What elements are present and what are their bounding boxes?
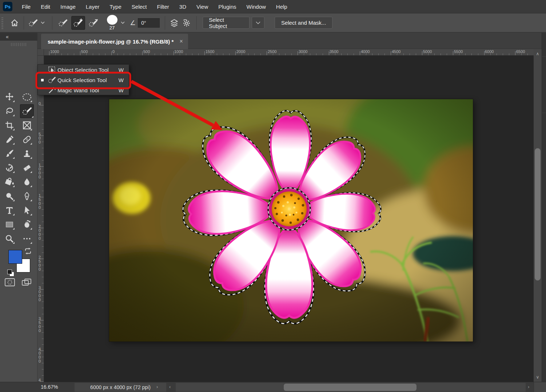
foreground-color-swatch[interactable] <box>8 250 22 264</box>
vertical-ruler: 0 500 1000 1500 2000 2500 3000 3500 4000… <box>37 56 44 382</box>
brush-settings-button[interactable] <box>180 16 193 30</box>
tool-elliptical-marquee[interactable] <box>21 92 32 102</box>
zoom-level-field[interactable]: 16.67% <box>41 384 58 390</box>
status-expand-icon[interactable]: › <box>156 384 158 389</box>
toolbar-grip[interactable] <box>11 43 27 46</box>
tool-preset-chevron-icon[interactable] <box>41 21 45 24</box>
quick-selection-icon <box>47 76 57 84</box>
menu-filter[interactable]: Filter <box>152 0 174 13</box>
options-grip <box>1 17 3 29</box>
tool-frame[interactable] <box>21 120 32 131</box>
scroll-right-icon[interactable]: › <box>528 384 529 389</box>
chevron-down-icon <box>256 21 260 24</box>
ruler-corner <box>37 49 44 56</box>
tool-pen[interactable] <box>21 191 32 202</box>
photoshop-logo-icon: Ps <box>3 2 12 11</box>
menu-layer[interactable]: Layer <box>81 0 105 13</box>
tool-crop[interactable] <box>4 120 15 131</box>
menu-item-quick-selection-tool[interactable]: Quick Selection Tool W <box>38 75 129 85</box>
subtract-from-selection-icon <box>88 18 99 28</box>
sample-all-layers-icon <box>170 18 179 28</box>
new-selection-icon <box>58 19 68 27</box>
menu-item-object-selection-tool[interactable]: Object Selection Tool W <box>38 65 129 75</box>
tool-rotate-view[interactable] <box>21 219 32 230</box>
right-panel-edge <box>542 33 546 382</box>
sample-all-layers-toggle[interactable] <box>168 16 180 30</box>
add-to-selection-icon <box>73 18 84 28</box>
document-tab[interactable]: sample-image-pink-flower.jpg @ 16.7% (RG… <box>41 34 188 49</box>
tool-paint-bucket[interactable] <box>4 177 15 187</box>
menu-bar: Ps File Edit Image Layer Type Select Fil… <box>0 0 546 13</box>
selection-tools-flyout-menu: Object Selection Tool W Quick Selection … <box>37 64 129 95</box>
tool-path-selection[interactable] <box>21 205 32 216</box>
toolbar <box>0 41 37 382</box>
menu-edit[interactable]: Edit <box>36 0 55 13</box>
tool-type[interactable] <box>4 205 15 216</box>
tab-close-icon[interactable]: × <box>179 38 183 45</box>
toolbar-collapse-bar[interactable]: « <box>0 33 37 41</box>
default-colors-foreground-mini[interactable] <box>7 270 12 274</box>
photoshop-window: Ps File Edit Image Layer Type Select Fil… <box>0 0 546 392</box>
magic-wand-icon <box>47 86 57 94</box>
tool-zoom[interactable] <box>4 233 15 244</box>
vertical-scroll-thumb[interactable] <box>535 148 541 280</box>
menu-type[interactable]: Type <box>104 0 127 13</box>
brush-preview-circle <box>107 15 117 25</box>
horizontal-scrollbar[interactable] <box>176 383 526 392</box>
horizontal-ruler: 1000 500 0 500 1000 1500 2000 2500 3000 … <box>44 49 534 56</box>
brush-angle-input[interactable] <box>138 18 160 28</box>
brush-settings-gear-icon <box>182 19 191 27</box>
tool-move[interactable] <box>4 92 15 102</box>
menu-image[interactable]: Image <box>55 0 81 13</box>
tool-lasso[interactable] <box>4 106 15 117</box>
quick-mask-button[interactable] <box>4 278 15 287</box>
tool-spot-healing-brush[interactable] <box>21 134 32 145</box>
tool-quick-selection[interactable] <box>20 104 34 118</box>
add-to-selection-mode-button[interactable] <box>71 16 85 30</box>
canvas-pasteboard[interactable] <box>44 56 534 382</box>
document-info: 6000 px x 4000 px (72 ppi) <box>75 383 166 392</box>
select-and-mask-button[interactable]: Select and Mask... <box>275 17 332 29</box>
tool-blur[interactable] <box>21 177 32 187</box>
swap-colors-icon[interactable] <box>24 248 32 255</box>
tool-preset[interactable] <box>27 16 39 30</box>
scroll-down-icon: ∨ <box>534 375 542 380</box>
tool-eyedropper[interactable] <box>4 134 15 145</box>
status-corner <box>534 382 546 392</box>
tool-brush[interactable] <box>4 148 15 159</box>
tool-clone-stamp[interactable] <box>21 148 32 159</box>
menu-window[interactable]: Window <box>241 0 271 13</box>
menu-plugins[interactable]: Plugins <box>213 0 241 13</box>
horizontal-scroll-thumb[interactable] <box>284 384 417 391</box>
menu-item-magic-wand-tool[interactable]: Magic Wand Tool W <box>38 85 129 95</box>
options-bar: 27 ∠ Select Subject Select and Mask... <box>0 13 546 33</box>
tool-dodge[interactable] <box>4 191 15 202</box>
angle-icon: ∠ <box>130 19 136 27</box>
scroll-up-icon: ∧ <box>534 51 542 56</box>
document-tab-bar: sample-image-pink-flower.jpg @ 16.7% (RG… <box>37 33 546 49</box>
tool-edit-toolbar[interactable] <box>21 233 32 244</box>
vertical-scrollbar[interactable]: ∧ ∨ <box>534 49 542 382</box>
scroll-left-icon[interactable]: ‹ <box>169 384 171 389</box>
new-selection-mode-button[interactable] <box>56 16 70 30</box>
select-subject-button[interactable]: Select Subject <box>203 17 250 29</box>
active-tool-indicator <box>38 79 47 81</box>
brush-size-picker[interactable]: 27 <box>105 15 119 31</box>
menu-help[interactable]: Help <box>271 0 292 13</box>
select-subject-chevron-button[interactable] <box>252 17 264 29</box>
screen-mode-button[interactable] <box>21 278 32 287</box>
tool-history-brush[interactable] <box>4 162 15 173</box>
tool-eraser[interactable] <box>21 162 32 173</box>
brush-size-value: 27 <box>109 25 115 31</box>
object-selection-icon <box>47 66 57 73</box>
menu-select[interactable]: Select <box>127 0 152 13</box>
document-tab-title: sample-image-pink-flower.jpg @ 16.7% (RG… <box>48 39 174 45</box>
brush-picker-chevron-icon[interactable] <box>121 21 125 24</box>
home-button[interactable] <box>8 16 21 30</box>
menu-3d[interactable]: 3D <box>174 0 191 13</box>
subtract-from-selection-mode-button[interactable] <box>87 16 100 30</box>
menu-view[interactable]: View <box>191 0 213 13</box>
menu-file[interactable]: File <box>17 0 36 13</box>
document-canvas[interactable] <box>109 99 473 342</box>
tool-rectangle[interactable] <box>4 219 15 230</box>
